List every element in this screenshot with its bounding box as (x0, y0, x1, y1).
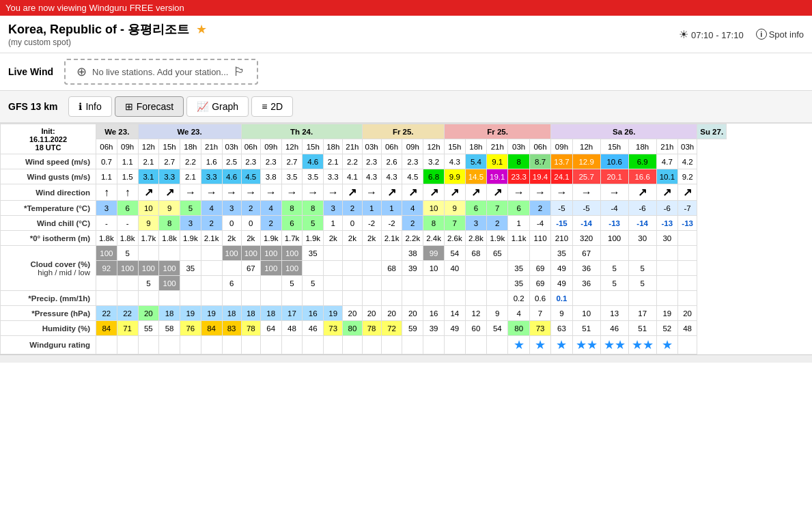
2d-tab-icon: ≡ (262, 101, 267, 112)
humidity-label: Humidity (%) (1, 321, 96, 336)
cloud-cover-row: Cloud cover (%)high / mid / low 1005 100… (1, 246, 727, 261)
no-stations-text: No live stations. Add your station... (92, 67, 228, 77)
wind-gusts-label: Wind gusts (m/s) (1, 169, 96, 184)
precip-label: *Precip. (mm/1h) (1, 291, 96, 306)
tab-info[interactable]: ℹ Info (68, 96, 111, 117)
live-wind-bar: Live Wind ⊕ No live stations. Add your s… (0, 53, 812, 91)
forecast-tab-label: Forecast (137, 101, 173, 112)
precip-row: *Precip. (mm/1h) 0.20.60.1 (1, 291, 727, 306)
pressure-row: *Pressure (hPa) 2222 20181919 1818181716… (1, 306, 727, 321)
info-tab-label: Info (85, 101, 101, 112)
tab-forecast[interactable]: ⊞ Forecast (115, 96, 184, 117)
cloud-cover-mid-row: 92100 10010035 67100100 683910 40 356949… (1, 261, 727, 276)
scrollbar-hint[interactable] (0, 354, 812, 363)
info-icon: i (756, 29, 767, 40)
wind-direction-row: Wind direction ↑↑ ↗↗→→ →→→→→→↗ →↗↗↗ ↗↗↗ … (1, 184, 727, 201)
wind-flag-icon: 🏳 (234, 65, 246, 79)
cloud-cover-low-row: 5100 655 3569493655 (1, 276, 727, 291)
isotherm-row: *0° isotherm (m) 1.8k1.8k 1.7k1.8k1.9k2.… (1, 231, 727, 246)
forecast-table-wrap: Init: 16.11.2022 18 UTC We 23. We 23. Th… (0, 124, 812, 354)
sun-time: ☀ 07:10 - 17:10 (679, 28, 743, 41)
graph-tab-icon: 📈 (197, 101, 208, 112)
info-tab-icon: ℹ (79, 101, 82, 112)
wind-direction-label: Wind direction (1, 184, 96, 201)
isotherm-label: *0° isotherm (m) (1, 231, 96, 246)
time-header-row: 06h09h 12h15h18h21h 03h06h09h12h15h18h21… (1, 139, 727, 154)
graph-tab-label: Graph (212, 101, 238, 112)
rating-row: Windguru rating ★★★★★★★★★★ (1, 336, 727, 354)
2d-tab-label: 2D (270, 101, 283, 112)
subtitle: (my custom spot) (8, 38, 679, 47)
wind-speed-label: Wind speed (m/s) (1, 154, 96, 169)
page-title: Korea, Republic of - 용평리조트 (8, 21, 189, 38)
live-wind-label: Live Wind (8, 66, 53, 77)
favorite-star[interactable]: ★ (196, 22, 207, 37)
spot-info-button[interactable]: i Spot info (756, 29, 804, 40)
day-header-row: Init: 16.11.2022 18 UTC We 23. We 23. Th… (1, 124, 727, 139)
wind-chill-label: Wind chill (°C) (1, 216, 96, 231)
wind-speed-row: Wind speed (m/s) 0.71.1 2.12.72.21.6 2.5… (1, 154, 727, 169)
init-cell: Init: 16.11.2022 18 UTC (1, 124, 96, 154)
temperature-row: *Temperature (°C) 36 10954 3248832 11410… (1, 201, 727, 216)
tab-graph[interactable]: 📈 Graph (186, 96, 249, 117)
add-icon: ⊕ (76, 64, 87, 79)
cloud-cover-label: Cloud cover (%)high / mid / low (1, 246, 96, 291)
tabs-bar: GFS 13 km ℹ Info ⊞ Forecast 📈 Graph ≡ 2D (0, 91, 812, 124)
rating-label: Windguru rating (1, 336, 96, 354)
temperature-label: *Temperature (°C) (1, 201, 96, 216)
pressure-label: *Pressure (hPa) (1, 306, 96, 321)
wind-gusts-row: Wind gusts (m/s) 1.11.5 3.13.32.13.3 4.6… (1, 169, 727, 184)
forecast-tab-icon: ⊞ (125, 101, 133, 112)
top-banner: You are now viewing Windguru FREE versio… (0, 0, 812, 16)
humidity-row: Humidity (%) 8471 55587684 8378644846738… (1, 321, 727, 336)
header: Korea, Republic of - 용평리조트 ★ (my custom … (0, 16, 812, 53)
tab-2d[interactable]: ≡ 2D (251, 96, 293, 117)
wind-chill-row: Wind chill (°C) -- 9832 0026510 -2-228 7… (1, 216, 727, 231)
add-station-box[interactable]: ⊕ No live stations. Add your station... … (64, 59, 258, 85)
model-label: GFS 13 km (8, 101, 57, 112)
